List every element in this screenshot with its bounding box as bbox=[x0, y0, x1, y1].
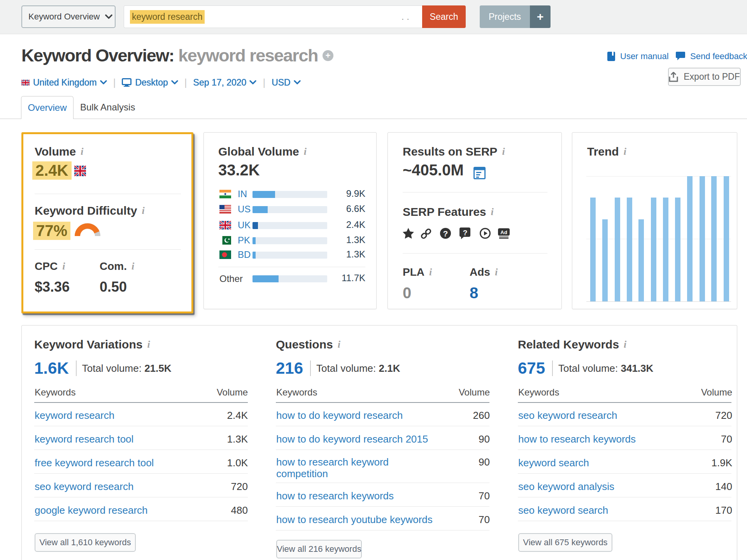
svg-text:?: ? bbox=[463, 229, 468, 237]
svg-text:Ad: Ad bbox=[500, 229, 507, 235]
svg-text:?: ? bbox=[443, 229, 448, 238]
